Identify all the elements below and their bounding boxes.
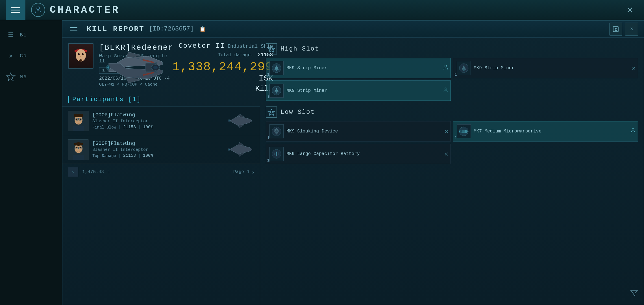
kill-report-header: KILL REPORT [ID:7263657] 📋 ×: [62, 21, 644, 38]
eq-icon-cloaking: [269, 124, 284, 138]
svg-rect-37: [73, 155, 84, 160]
person-icon-1: [443, 65, 448, 71]
svg-rect-36: [74, 143, 83, 145]
kill-report-title: KILL REPORT: [87, 25, 145, 33]
svg-point-45: [463, 69, 465, 71]
kr-bottom-row: ⚡ 1,475.48 1 Page 1 ›: [62, 164, 260, 180]
svg-point-9: [79, 59, 82, 62]
sidebar-item-bio[interactable]: ☰ Bi: [0, 26, 62, 44]
kill-report-modal: KILL REPORT [ID:7263657] 📋 ×: [62, 20, 644, 305]
ship-visual: [102, 45, 169, 90]
svg-point-56: [465, 130, 467, 133]
page-title: CHARACTER: [50, 4, 120, 16]
participant-name-2: [GOOP]Flatwing: [92, 141, 222, 146]
eq-name-1: MK9 Strip Miner: [286, 65, 447, 71]
svg-point-43: [445, 65, 447, 67]
sidebar-item-label: Co: [20, 53, 27, 59]
kr-menu-icon[interactable]: [68, 23, 79, 35]
svg-point-55: [460, 130, 462, 133]
sidebar-item-label: Bi: [20, 32, 27, 38]
low-slot-title: Low Slot: [280, 109, 315, 116]
filter-icon[interactable]: [630, 289, 638, 299]
participant-avatar-1: [68, 111, 88, 131]
eq-icon-mwd: [457, 124, 471, 138]
sidebar-item-combat[interactable]: ✕ Co: [0, 47, 62, 65]
percent-1: 100%: [143, 125, 153, 130]
person-icon-3: [443, 87, 448, 94]
ship-name: Covetor II: [179, 42, 225, 50]
damage-value-2: 21153: [123, 153, 136, 158]
pagination: Page 1 ›: [233, 169, 254, 175]
bottom-info: ⚡ 1,475.48 1: [68, 167, 110, 177]
svg-point-8: [80, 56, 81, 57]
participants-section: Participants [1]: [62, 93, 260, 305]
person-icon-mwd: [630, 128, 636, 135]
eq-name-cap: MK9 Large Capacitor Battery: [286, 151, 447, 157]
eq-name-2: MK9 Strip Miner: [474, 65, 634, 71]
equipment-item-2: MK9 Strip Miner 1 ✕: [453, 58, 638, 78]
svg-marker-1: [6, 73, 15, 81]
participant-row-2: [GOOP]Flatwing Slasher II Interceptor To…: [62, 135, 260, 164]
svg-point-57: [632, 128, 634, 130]
final-blow-label: Final Blow: [92, 125, 116, 130]
eq-name-3: MK9 Strip Miner: [286, 88, 447, 94]
svg-point-0: [37, 7, 40, 10]
equipment-item: MK9 Strip Miner 1: [266, 58, 451, 78]
ship-type: Industrial Ship: [227, 43, 273, 49]
participants-header: Participants [1]: [62, 93, 260, 107]
character-icon: [31, 3, 45, 17]
eq-icon-strip-miner-3: [269, 84, 284, 98]
equipment-item-mwd: MK7 Medium Microwarpdrive 1: [453, 121, 638, 141]
high-slot-grid: MK9 Strip Miner 1: [266, 58, 638, 101]
svg-point-7: [82, 53, 84, 55]
damage-value-1: 21153: [123, 125, 136, 130]
page-label: Page 1: [233, 169, 250, 175]
high-slot-title: High Slot: [280, 45, 319, 53]
high-slot-section: High Slot MK9 Strip Min: [266, 43, 638, 101]
eq-name-cloaking: MK9 Cloaking Device: [286, 128, 447, 134]
remove-icon-cloaking[interactable]: ✕: [445, 128, 448, 135]
sidebar-item-medals[interactable]: Me: [0, 68, 62, 86]
low-slot-section: Low Slot: [266, 106, 638, 164]
svg-point-16: [153, 66, 158, 69]
low-slot-grid: MK9 Cloaking Device 1 ✕: [266, 121, 638, 164]
participant-ship-img-1: [226, 112, 254, 129]
bottom-icon: ⚡: [68, 167, 78, 177]
svg-point-19: [76, 119, 78, 120]
svg-point-48: [445, 88, 447, 90]
equipment-item-cap: MK9 Large Capacitor Battery 1 ✕: [266, 144, 451, 164]
left-sidebar: ☰ Bi ✕ Co Me: [0, 20, 62, 305]
hamburger-button[interactable]: [6, 0, 25, 20]
victim-avatar: [68, 43, 93, 69]
bottom-value: 1,475.48: [82, 169, 104, 175]
close-top-button[interactable]: ×: [621, 1, 638, 18]
export-button[interactable]: [609, 23, 622, 36]
remove-icon-1[interactable]: ✕: [632, 64, 636, 72]
participant-stats-1: Final Blow | 21153 | 100%: [92, 125, 222, 130]
eq-icon-strip-miner-2: [457, 61, 471, 75]
participants-title: Participants [1]: [68, 96, 141, 103]
svg-point-32: [80, 147, 81, 149]
participant-ship-1: Slasher II Interceptor: [92, 119, 222, 124]
remove-icon-cap[interactable]: ✕: [445, 150, 448, 158]
participant-stats-2: Top Damage | 21153 | 100%: [92, 153, 222, 158]
copy-icon[interactable]: 📋: [199, 26, 206, 32]
close-kr-button[interactable]: ×: [625, 23, 638, 36]
eq-count-2: 1: [454, 72, 457, 77]
participant-info-1: [GOOP]Flatwing Slasher II Interceptor Fi…: [92, 112, 222, 130]
svg-point-11: [107, 66, 109, 69]
high-slot-header: High Slot: [266, 43, 638, 55]
svg-point-49: [270, 111, 273, 113]
participant-info-2: [GOOP]Flatwing Slasher II Interceptor To…: [92, 141, 222, 158]
top-damage-label: Top Damage: [92, 154, 116, 158]
kr-header-actions: ×: [609, 23, 638, 36]
svg-point-42: [276, 69, 277, 71]
ship-info: Covetor II Industrial Ship Total damage:…: [172, 42, 273, 93]
victim-section: [BLKR]Redeemer Warp Scramble Strength: 1…: [62, 38, 260, 93]
kr-right-panel: High Slot MK9 Strip Min: [260, 38, 644, 305]
percent-2: 100%: [143, 153, 153, 158]
eq-count-cap: 1: [267, 158, 269, 163]
next-page-button[interactable]: ›: [252, 169, 254, 175]
participant-ship-img-2: [226, 141, 254, 158]
svg-point-39: [229, 149, 230, 150]
